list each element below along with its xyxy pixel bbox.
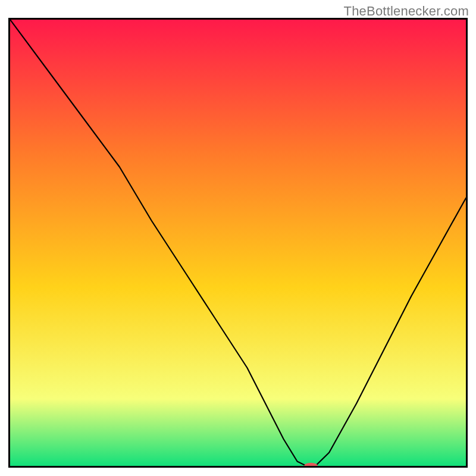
watermark-text: TheBottlenecker.com — [344, 4, 469, 19]
plot-svg — [10, 20, 466, 466]
gradient-background — [10, 20, 466, 466]
chart-stage: TheBottlenecker.com — [0, 0, 476, 476]
plot-frame — [8, 18, 468, 468]
